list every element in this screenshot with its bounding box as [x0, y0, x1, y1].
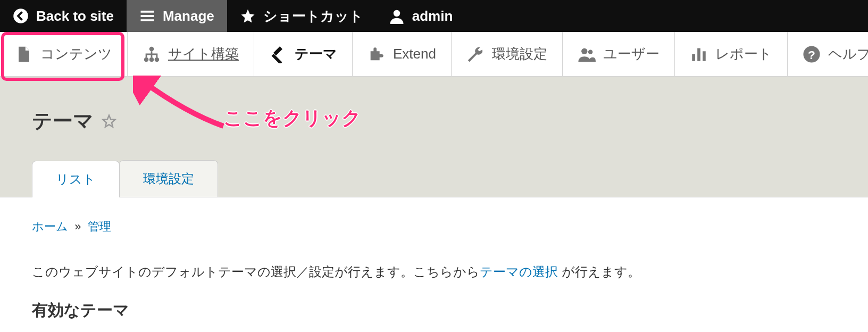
- svg-text:?: ?: [808, 47, 815, 61]
- svg-rect-15: [703, 51, 706, 61]
- svg-point-8: [155, 57, 160, 62]
- admin-menu-structure[interactable]: サイト構築: [127, 32, 254, 76]
- gavel-icon: [269, 45, 287, 63]
- admin-menu-config[interactable]: 環境設定: [451, 32, 562, 76]
- admin-menu-content-label: コンテンツ: [40, 45, 112, 63]
- admin-menu-help-label: ヘルプ: [828, 45, 868, 63]
- user-icon: [389, 8, 405, 24]
- user-menu-button[interactable]: admin: [376, 0, 466, 32]
- manage-button[interactable]: Manage: [127, 0, 227, 32]
- annotation-text: ここをクリック: [223, 105, 361, 131]
- breadcrumb: ホーム » 管理: [32, 219, 836, 235]
- admin-menu-people-label: ユーザー: [603, 45, 660, 63]
- back-to-site-button[interactable]: Back to site: [0, 0, 127, 32]
- document-icon: [15, 45, 33, 63]
- tab-settings[interactable]: 環境設定: [119, 160, 218, 197]
- admin-menu-structure-label: サイト構築: [168, 45, 239, 63]
- shortcuts-label: ショートカット: [263, 7, 363, 26]
- svg-rect-1: [140, 11, 154, 13]
- user-label: admin: [412, 8, 453, 24]
- svg-rect-13: [692, 54, 695, 61]
- breadcrumb-home[interactable]: ホーム: [32, 220, 68, 233]
- hamburger-icon: [139, 8, 155, 24]
- admin-menu: コンテンツ サイト構築 テーマ Extend 環境設定 ユーザー レポート: [0, 32, 868, 77]
- svg-point-11: [581, 48, 587, 54]
- admin-menu-appearance-label: テーマ: [295, 45, 337, 63]
- back-to-site-label: Back to site: [36, 8, 114, 24]
- admin-menu-extend-label: Extend: [393, 46, 436, 62]
- page-description: このウェブサイトのデフォルトテーマの選択／設定が行えます。こちらからテーマの選択…: [32, 263, 836, 280]
- tab-settings-label: 環境設定: [143, 171, 194, 186]
- admin-menu-help[interactable]: ? ヘルプ: [787, 32, 868, 76]
- admin-menu-extend[interactable]: Extend: [352, 32, 451, 76]
- svg-rect-10: [271, 54, 282, 63]
- tab-list[interactable]: リスト: [32, 161, 120, 197]
- theme-select-link[interactable]: テーマの選択: [480, 264, 558, 279]
- svg-point-12: [588, 49, 593, 54]
- admin-menu-appearance[interactable]: テーマ: [254, 32, 352, 76]
- back-arrow-icon: [13, 8, 29, 24]
- help-icon: ?: [803, 45, 821, 63]
- manage-label: Manage: [163, 8, 214, 24]
- page-header: テーマ リスト 環境設定: [0, 77, 868, 197]
- svg-point-7: [149, 57, 154, 62]
- puzzle-icon: [368, 45, 386, 63]
- people-icon: [578, 45, 596, 63]
- wrench-icon: [466, 45, 485, 63]
- hierarchy-icon: [143, 45, 161, 63]
- admin-menu-reports[interactable]: レポート: [674, 32, 787, 76]
- admin-menu-content[interactable]: コンテンツ: [0, 32, 127, 76]
- content-area: ホーム » 管理 このウェブサイトのデフォルトテーマの選択／設定が行えます。こち…: [0, 197, 868, 332]
- enabled-themes-heading: 有効なテーマ: [32, 300, 836, 321]
- svg-point-4: [394, 10, 400, 17]
- svg-point-5: [149, 46, 154, 51]
- admin-menu-reports-label: レポート: [715, 45, 772, 63]
- svg-rect-9: [273, 46, 282, 55]
- tabs: リスト 環境設定: [32, 160, 836, 197]
- bar-chart-icon: [690, 45, 708, 63]
- desc-pre: このウェブサイトのデフォルトテーマの選択／設定が行えます。こちらから: [32, 264, 480, 279]
- shortcuts-button[interactable]: ショートカット: [227, 0, 376, 32]
- svg-point-0: [13, 9, 28, 23]
- star-icon: [240, 8, 256, 24]
- svg-rect-2: [140, 15, 154, 17]
- favorite-star-icon[interactable]: [101, 113, 117, 129]
- top-toolbar: Back to site Manage ショートカット admin: [0, 0, 868, 32]
- breadcrumb-separator: »: [74, 220, 81, 233]
- tab-list-label: リスト: [56, 172, 96, 186]
- admin-menu-people[interactable]: ユーザー: [562, 32, 674, 76]
- desc-post: が行えます。: [558, 264, 640, 279]
- admin-menu-config-label: 環境設定: [492, 45, 547, 63]
- svg-point-6: [144, 57, 149, 62]
- svg-rect-3: [140, 19, 154, 21]
- breadcrumb-admin[interactable]: 管理: [88, 220, 111, 233]
- page-title: テーマ: [32, 107, 94, 135]
- svg-rect-14: [697, 48, 700, 61]
